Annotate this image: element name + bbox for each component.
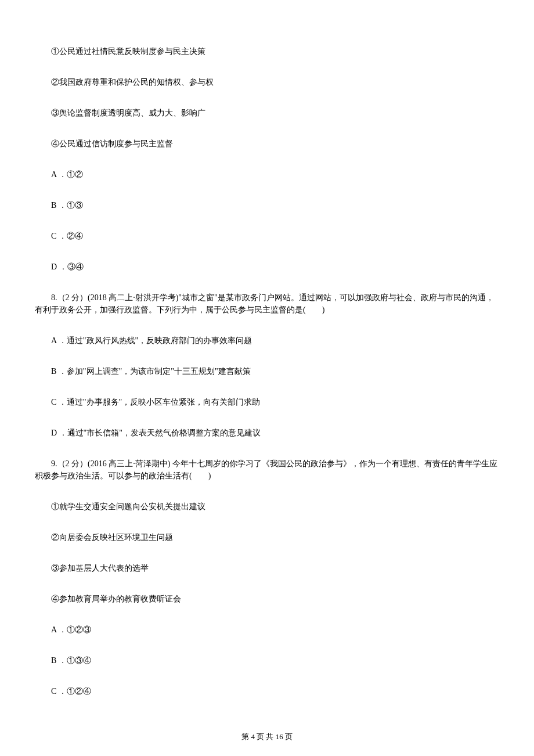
q7-statement-3: ③舆论监督制度透明度高、威力大、影响广 bbox=[35, 107, 499, 119]
q7-option-d: D ．③④ bbox=[35, 261, 499, 273]
q8-option-a: A ．通过"政风行风热线"，反映政府部门的办事效率问题 bbox=[35, 334, 499, 347]
q8-option-d: D ．通过"市长信箱"，发表天然气价格调整方案的意见建议 bbox=[35, 427, 499, 439]
q7-option-a: A ．①② bbox=[35, 168, 499, 181]
q8-option-c: C ．通过"办事服务"，反映小区车位紧张，向有关部门求助 bbox=[35, 396, 499, 408]
q9-option-b: B ．①③④ bbox=[35, 654, 499, 667]
q9-stem: 9.（2 分）(2016 高三上·菏泽期中) 今年十七周岁的你学习了《我国公民的… bbox=[35, 458, 499, 482]
q9-statement-1: ①就学生交通安全问题向公安机关提出建议 bbox=[35, 501, 499, 513]
q9-statement-3: ③参加基层人大代表的选举 bbox=[35, 562, 499, 574]
q7-statement-1: ①公民通过社情民意反映制度参与民主决策 bbox=[35, 45, 499, 57]
q9-option-c: C ．①②④ bbox=[35, 685, 499, 697]
q7-statement-4: ④公民通过信访制度参与民主监督 bbox=[35, 138, 499, 150]
q7-option-b: B ．①③ bbox=[35, 199, 499, 211]
q9-statement-4: ④参加教育局举办的教育收费听证会 bbox=[35, 593, 499, 605]
page-footer: 第 4 页 共 16 页 bbox=[0, 731, 534, 743]
q8-stem: 8.（2 分）(2018 高二上·射洪开学考)"城市之窗"是某市政务门户网站。通… bbox=[35, 291, 499, 316]
q7-statement-2: ②我国政府尊重和保护公民的知情权、参与权 bbox=[35, 76, 499, 88]
q9-option-a: A ．①②③ bbox=[35, 624, 499, 636]
q8-option-b: B ．参加"网上调查"，为该市制定"十三五规划"建言献策 bbox=[35, 365, 499, 377]
q7-option-c: C ．②④ bbox=[35, 230, 499, 242]
q9-statement-2: ②向居委会反映社区环境卫生问题 bbox=[35, 531, 499, 543]
